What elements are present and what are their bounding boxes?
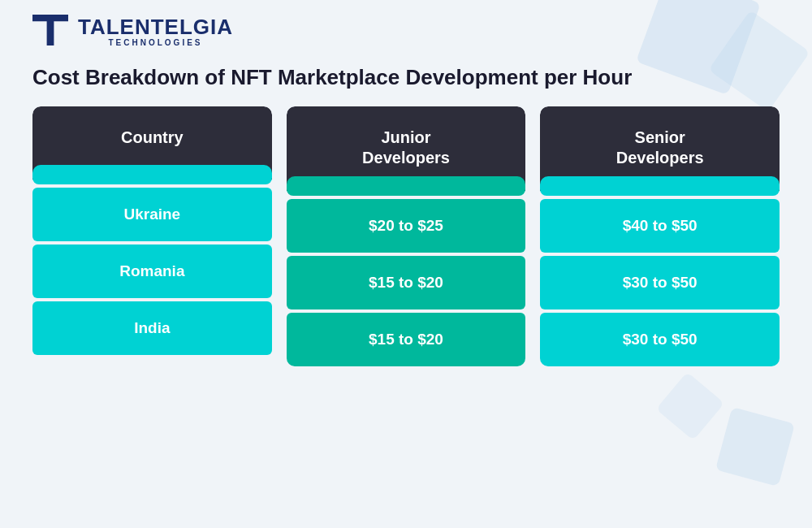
junior-row-1: $15 to $20	[287, 256, 526, 309]
junior-header-text: Junior Developers	[362, 128, 450, 168]
logo-brand-text: TALENTELGIA	[78, 16, 233, 37]
logo: TALENTELGIA TECHNOLOGIES	[32, 15, 233, 49]
country-row-2: India	[32, 301, 272, 355]
senior-row-0: $40 to $50	[540, 199, 780, 253]
logo-icon	[32, 15, 71, 49]
junior-row-2: $15 to $20	[287, 313, 526, 366]
senior-header-text: Senior Developers	[616, 128, 704, 168]
country-header-cyan	[32, 165, 272, 184]
logo-sub-text: TECHNOLOGIES	[78, 38, 233, 47]
column-country: Country Ukraine Romania India	[32, 106, 272, 366]
country-header-text: Country	[121, 128, 184, 148]
country-header-wrap: Country	[32, 106, 272, 184]
bg-decoration-3	[715, 407, 795, 487]
column-junior: Junior Developers $20 to $25 $15 to $20 …	[287, 106, 526, 366]
bg-decoration-4	[656, 372, 725, 441]
column-senior: Senior Developers $40 to $50 $30 to $50 …	[540, 106, 780, 366]
senior-row-2: $30 to $50	[540, 313, 780, 366]
country-row-1: Romania	[32, 245, 272, 298]
data-table: Country Ukraine Romania India Junior Dev…	[0, 106, 812, 366]
senior-header-wrap: Senior Developers	[540, 106, 780, 196]
senior-header-accent	[540, 176, 780, 196]
country-row-0: Ukraine	[32, 188, 272, 241]
senior-row-1: $30 to $50	[540, 256, 780, 309]
logo-main: TALENTELGIA TECHNOLOGIES	[32, 15, 233, 49]
junior-row-0: $20 to $25	[287, 199, 526, 253]
junior-header-accent	[287, 176, 526, 196]
junior-header-wrap: Junior Developers	[287, 106, 526, 196]
